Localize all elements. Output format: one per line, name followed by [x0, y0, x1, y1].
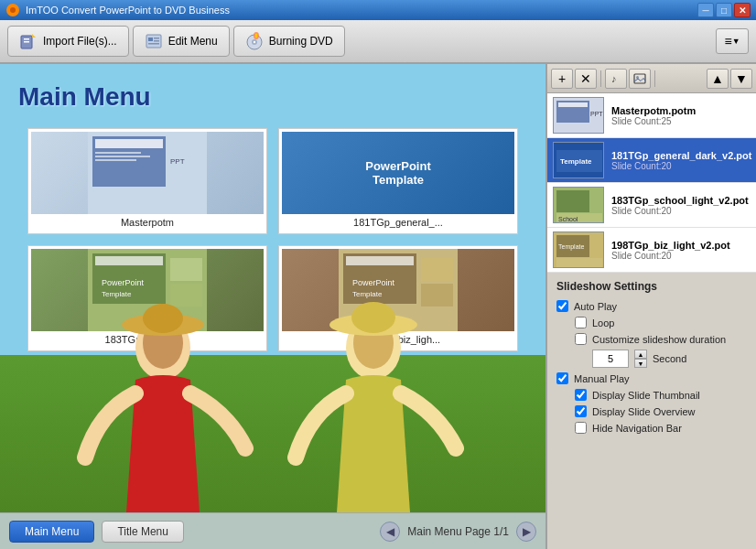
file-count-1: Slide Count:25 [611, 116, 696, 126]
svg-point-1 [10, 7, 16, 13]
file-name-1: Masterpotm.potm [611, 105, 696, 116]
manual-play-label[interactable]: Manual Play [574, 373, 630, 384]
file-info-4: 198TGp_biz_light_v2.pot Slide Count:20 [611, 240, 730, 261]
svg-rect-33 [346, 256, 414, 265]
file-thumbnail-3: School [553, 187, 604, 223]
toolbar-separator-1 [600, 70, 601, 87]
file-count-2: Slide Count:20 [611, 161, 751, 171]
import-files-button[interactable]: Import File(s)... [7, 26, 129, 57]
title-menu-tab[interactable]: Title Menu [102, 521, 184, 543]
move-up-button[interactable]: ▲ [707, 69, 729, 89]
close-button[interactable]: ✕ [734, 3, 751, 17]
svg-point-45 [351, 302, 395, 333]
file-count-4: Slide Count:20 [611, 251, 730, 261]
burning-icon [245, 32, 264, 50]
customize-checkbox[interactable] [575, 333, 587, 345]
edit-menu-label: Edit Menu [168, 35, 218, 48]
svg-rect-4 [24, 41, 29, 43]
svg-rect-22 [95, 159, 136, 161]
file-list-toolbar: + ✕ ♪ ▲ ▼ [547, 64, 756, 93]
slide-thumb-2[interactable]: PowerPoint Template 181TGp_general_... [278, 128, 518, 234]
auto-play-checkbox[interactable] [556, 300, 568, 312]
file-info-1: Masterpotm.potm Slide Count:25 [611, 105, 696, 126]
file-item-2[interactable]: Template 181TGp_general_dark_v2.pot Slid… [547, 138, 756, 183]
display-overview-label[interactable]: Display Slide Overview [592, 406, 695, 417]
hide-nav-checkbox[interactable] [575, 422, 587, 434]
preview-title: Main Menu [0, 64, 545, 121]
svg-text:Template: Template [558, 243, 585, 251]
app-icon [5, 3, 20, 17]
music-icon: ♪ [610, 72, 622, 85]
people-svg [16, 274, 529, 512]
svg-rect-11 [154, 40, 159, 42]
maximize-button[interactable]: □ [716, 3, 732, 17]
display-thumbnail-checkbox[interactable] [575, 389, 587, 401]
title-bar: ImTOO Convert PowerPoint to DVD Business… [0, 0, 756, 20]
loop-row: Loop [575, 317, 747, 328]
svg-point-16 [254, 34, 257, 38]
svg-rect-3 [24, 38, 29, 40]
slide-thumb-1[interactable]: PPT Masterpotm [27, 128, 267, 234]
slide-item-1[interactable]: PPT Masterpotm [27, 128, 267, 234]
svg-rect-10 [154, 38, 159, 39]
file-thumb-svg-1: PPT [554, 98, 604, 134]
customize-label[interactable]: Customize slideshow duration [592, 334, 726, 345]
svg-rect-20 [95, 152, 141, 154]
file-thumb-svg-3: School [554, 188, 604, 223]
next-page-button[interactable]: ▶ [516, 522, 536, 542]
file-list: PPT Masterpotm.potm Slide Count:25 Templ… [547, 93, 756, 273]
duration-spinner: ▲ ▼ [634, 350, 647, 368]
prev-page-button[interactable]: ◀ [380, 522, 400, 542]
loop-label[interactable]: Loop [592, 318, 614, 328]
svg-text:♪: ♪ [611, 73, 617, 84]
file-item-3[interactable]: School 183TGp_school_light_v2.pot Slide … [547, 183, 756, 228]
file-thumb-svg-2: Template [554, 143, 604, 178]
display-thumbnail-row: Display Slide Thumbnail [575, 389, 747, 401]
edit-menu-icon [145, 32, 163, 50]
music-button[interactable]: ♪ [605, 69, 627, 89]
minimize-button[interactable]: ─ [697, 3, 714, 17]
svg-text:Template: Template [560, 157, 592, 166]
right-panel: + ✕ ♪ ▲ ▼ [545, 64, 756, 549]
spin-up-button[interactable]: ▲ [634, 350, 647, 359]
view-options-button[interactable]: ≡ ▼ [716, 28, 749, 54]
slide-label-2: 181TGp_general_... [282, 214, 514, 231]
auto-play-label[interactable]: Auto Play [574, 301, 617, 312]
edit-menu-button[interactable]: Edit Menu [133, 26, 230, 57]
manual-play-row: Manual Play [556, 372, 747, 384]
loop-checkbox[interactable] [575, 317, 587, 328]
burning-dvd-button[interactable]: Burning DVD [233, 26, 345, 57]
hide-nav-label[interactable]: Hide Navigation Bar [592, 423, 682, 434]
spin-down-button[interactable]: ▼ [634, 359, 647, 368]
manual-play-checkbox[interactable] [556, 372, 568, 384]
window-title: ImTOO Convert PowerPoint to DVD Business [26, 5, 697, 16]
customize-row: Customize slideshow duration [575, 333, 747, 345]
move-down-button[interactable]: ▼ [730, 69, 752, 89]
slide-preview-1: PPT [31, 132, 264, 214]
remove-file-button[interactable]: ✕ [575, 69, 597, 89]
file-name-2: 181TGp_general_dark_v2.pot [611, 150, 751, 161]
svg-rect-19 [95, 139, 163, 148]
settings-title: Slideshow Settings [556, 280, 747, 293]
display-overview-checkbox[interactable] [575, 405, 587, 417]
display-thumbnail-label[interactable]: Display Slide Thumbnail [592, 390, 700, 401]
svg-point-41 [143, 304, 183, 333]
people-overlay [0, 274, 545, 512]
main-menu-tab[interactable]: Main Menu [9, 521, 94, 543]
file-item-1[interactable]: PPT Masterpotm.potm Slide Count:25 [547, 93, 756, 138]
hide-nav-row: Hide Navigation Bar [575, 422, 747, 434]
duration-unit: Second [653, 353, 686, 364]
preview-panel: Main Menu PPT [0, 64, 545, 549]
list-icon: ≡ [724, 34, 731, 48]
import-label: Import File(s)... [43, 35, 117, 48]
svg-text:PPT: PPT [590, 111, 603, 117]
image-button[interactable] [629, 69, 651, 89]
slide-item-2[interactable]: PowerPoint Template 181TGp_general_... [278, 128, 518, 234]
duration-input[interactable]: 5 [592, 350, 629, 368]
file-item-4[interactable]: Template 198TGp_biz_light_v2.pot Slide C… [547, 228, 756, 273]
burning-dvd-label: Burning DVD [269, 35, 333, 48]
add-file-button[interactable]: + [551, 69, 573, 89]
main-content: Main Menu PPT [0, 64, 756, 549]
svg-rect-51 [558, 102, 588, 107]
settings-panel: Slideshow Settings Auto Play Loop Custom… [547, 273, 756, 549]
